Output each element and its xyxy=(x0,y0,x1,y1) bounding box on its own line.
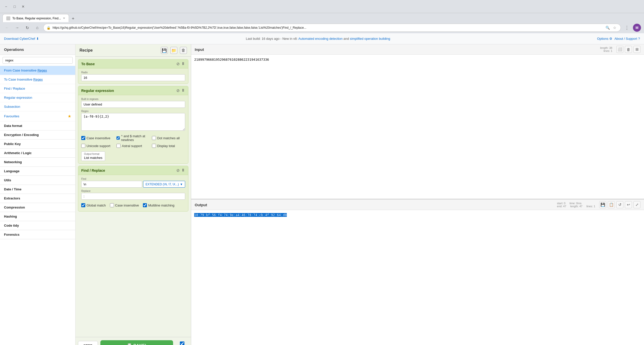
unicode-support-checkbox[interactable] xyxy=(81,144,85,148)
tab-favicon xyxy=(6,16,10,20)
find-input[interactable] xyxy=(81,181,142,188)
regex-field-group: Regex [a-f0-9]{2,2} xyxy=(81,110,185,131)
sidebar-item-from-case-insensitive-regex[interactable]: From Case Insensitive Regex xyxy=(0,66,75,75)
sidebar-item-data-format[interactable]: Data format xyxy=(0,121,75,130)
sidebar-item-to-case-insensitive-regex[interactable]: To Case Insensitive Regex xyxy=(0,75,75,84)
load-recipe-button[interactable]: 📁 xyxy=(170,47,177,54)
notification-link2[interactable]: simplified operation building xyxy=(350,37,390,41)
sidebar-item-public-key[interactable]: Public Key xyxy=(0,140,75,149)
notification-link1[interactable]: Automated encoding detection xyxy=(298,37,343,41)
sidebar-item-find-replace[interactable]: Find / Replace xyxy=(0,84,75,93)
astral-support-checkbox[interactable] xyxy=(116,144,120,148)
new-tab-button[interactable]: + xyxy=(69,15,76,22)
recipe-header: Recipe 💾 📁 🗑 xyxy=(75,44,191,57)
forward-button[interactable]: → xyxy=(13,24,21,32)
bookmark-icon[interactable]: ☆ xyxy=(612,25,618,31)
find-field-group: Find EXTENDED (\N, \T, \X...) ▼ xyxy=(81,178,185,188)
regex-pause-icon[interactable]: ⏸ xyxy=(181,88,185,93)
refresh-button[interactable]: ↻ xyxy=(23,24,31,32)
regex-disable-icon[interactable]: ⊘ xyxy=(176,88,180,93)
bake-button[interactable]: 🧑‍🍳 BAKE! xyxy=(100,340,173,345)
case-insensitive-checkbox[interactable] xyxy=(81,136,85,140)
find-type-button[interactable]: EXTENDED (\N, \T, \X...) ▼ xyxy=(143,181,185,188)
input-length-value: 38 xyxy=(609,46,612,49)
sidebar-item-arithmetic-logic[interactable]: Arithmetic / Logic xyxy=(0,149,75,158)
output-save-button[interactable]: 💾 xyxy=(599,201,606,208)
search-address-icon[interactable]: 🔍 xyxy=(605,25,611,31)
replace-input[interactable] xyxy=(81,193,185,200)
sidebar-item-language[interactable]: Language xyxy=(0,167,75,176)
input-panel: Input length: 38 lines: 1 ⬜ 🗑 ⊞ xyxy=(191,44,644,199)
to-base-title: To Base xyxy=(81,62,95,66)
minimize-button[interactable]: − xyxy=(3,3,10,10)
operations-search-input[interactable] xyxy=(3,57,73,64)
about-support-button[interactable]: About / Support ? xyxy=(614,37,640,41)
sidebar-item-date-time[interactable]: Date / Time xyxy=(0,185,75,194)
find-replace-pause-icon[interactable]: ⏸ xyxy=(181,168,185,173)
input-content[interactable]: 2189979668195296876102886223194163733​6 xyxy=(191,55,644,199)
sidebar-item-compression[interactable]: Compression xyxy=(0,203,75,212)
fr-case-insensitive-checkbox[interactable] xyxy=(110,203,114,207)
output-swap-button[interactable]: ↺ xyxy=(616,201,623,208)
browser-chrome: − □ ✕ xyxy=(0,0,644,13)
find-replace-card-icons: ⊘ ⏸ xyxy=(176,168,185,173)
sidebar-item-subsection[interactable]: Subsection xyxy=(0,102,75,111)
output-fullscreen-button[interactable]: ⤢ xyxy=(633,201,640,208)
sidebar-item-utils[interactable]: Utils xyxy=(0,176,75,185)
sidebar-item-networking[interactable]: Networking xyxy=(0,158,75,167)
to-base-disable-icon[interactable]: ⊘ xyxy=(176,61,180,66)
output-copy-button[interactable]: 📋 xyxy=(608,201,615,208)
browser-window-controls: − □ ✕ xyxy=(3,3,27,10)
step-button[interactable]: STEP xyxy=(78,341,98,345)
find-replace-disable-icon[interactable]: ⊘ xyxy=(176,168,180,173)
radix-input[interactable] xyxy=(81,74,185,81)
sidebar-item-favourites[interactable]: Favourites ★ xyxy=(0,111,75,121)
input-switch-view-button[interactable]: ⊞ xyxy=(633,46,640,53)
astral-support-checkbox-item[interactable]: Astral support xyxy=(116,144,150,148)
sidebar-item-encryption-encoding[interactable]: Encryption / Encoding xyxy=(0,130,75,140)
case-insensitive-label: Case insensitive xyxy=(87,136,110,140)
dot-matches-checkbox[interactable] xyxy=(152,136,156,140)
tab-close-icon[interactable]: ✕ xyxy=(63,17,65,20)
download-cyberchef-button[interactable]: Download CyberChef ⬇ xyxy=(4,37,39,41)
sidebar-item-extractors[interactable]: Extractors xyxy=(0,194,75,203)
save-recipe-button[interactable]: 💾 xyxy=(161,47,168,54)
active-tab[interactable]: To Base, Regular expression, Find... ✕ xyxy=(3,14,69,22)
input-clear-button[interactable]: 🗑 xyxy=(625,46,632,53)
output-highlighted-value: 10:79:bf:56:f4:74:9e:a4:46:78:74:cb:4f:9… xyxy=(194,213,287,217)
url-text: https://gchq.github.io/CyberChef/#recipe… xyxy=(53,26,602,29)
display-total-checkbox-item[interactable]: Display total xyxy=(152,144,185,148)
profile-avatar[interactable]: M xyxy=(633,24,641,32)
input-open-file-button[interactable]: ⬜ xyxy=(616,46,623,53)
case-insensitive-checkbox-item[interactable]: Case insensitive xyxy=(81,134,114,142)
global-match-checkbox-item[interactable]: Global match xyxy=(81,203,106,207)
maximize-button[interactable]: □ xyxy=(11,3,18,10)
sidebar-item-hashing[interactable]: Hashing xyxy=(0,212,75,221)
multiline-matching-checkbox[interactable] xyxy=(143,203,147,207)
extensions-icon[interactable]: ⋮ xyxy=(623,24,631,32)
builtin-regexes-input[interactable] xyxy=(81,101,185,108)
global-match-checkbox[interactable] xyxy=(81,203,85,207)
caret-dollar-checkbox[interactable] xyxy=(116,136,120,140)
dot-matches-checkbox-item[interactable]: Dot matches all xyxy=(152,134,185,142)
display-total-checkbox[interactable] xyxy=(152,144,156,148)
clear-recipe-button[interactable]: 🗑 xyxy=(180,47,187,54)
caret-dollar-checkbox-item[interactable]: ^ and $ match at newlines xyxy=(116,134,150,142)
auto-bake-checkbox[interactable] xyxy=(180,341,184,345)
sidebar-item-code-tidy[interactable]: Code tidy xyxy=(0,221,75,230)
output-undo-button[interactable]: ↩ xyxy=(625,201,632,208)
regex-input[interactable]: [a-f0-9]{2,2} xyxy=(81,113,185,131)
sidebar-item-forensics[interactable]: Forensics xyxy=(0,230,75,239)
home-button[interactable]: ⌂ xyxy=(33,24,41,32)
sidebar-item-regular-expression[interactable]: Regular expression xyxy=(0,93,75,102)
builtin-regexes-label: Built in regexes xyxy=(81,98,185,100)
multiline-matching-checkbox-item[interactable]: Multiline matching xyxy=(143,203,174,207)
unicode-support-checkbox-item[interactable]: Unicode support xyxy=(81,144,114,148)
options-button[interactable]: Options ⚙ xyxy=(597,37,613,41)
back-button[interactable]: ← xyxy=(3,24,11,32)
fr-case-insensitive-checkbox-item[interactable]: Case insensitive xyxy=(110,203,139,207)
address-bar[interactable]: 🔒 https://gchq.github.io/CyberChef/#reci… xyxy=(43,24,621,32)
close-button[interactable]: ✕ xyxy=(20,3,27,10)
to-base-pause-icon[interactable]: ⏸ xyxy=(181,61,185,66)
output-meta-row1: start: 0 time: 0ms xyxy=(557,202,595,205)
